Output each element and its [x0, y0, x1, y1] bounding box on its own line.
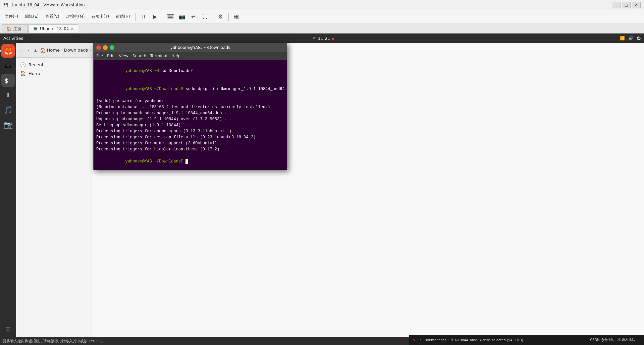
dock-item-apps[interactable]: ⊞ — [1, 322, 15, 336]
sidebar-recent-label: Recent — [29, 62, 44, 67]
vmware-title-text: Ubuntu_18_04 - VMware Workstation — [10, 3, 85, 7]
maximize-button[interactable]: □ — [622, 2, 631, 8]
dock-item-files[interactable]: 🗂 — [1, 59, 15, 72]
menu-edit[interactable]: 编辑(E) — [22, 12, 41, 21]
dock-item-music[interactable]: 🎵 — [1, 103, 15, 117]
dock-active-dot — [0, 50, 1, 52]
terminal-titlebar: yahboom@YAB: ~/Downloads — [94, 43, 287, 52]
tab-home[interactable]: 🏠 主页 — [2, 24, 28, 33]
toolbar-separator-3 — [213, 13, 213, 21]
terminal-close-button[interactable] — [96, 45, 101, 50]
nav-forward-button[interactable]: › — [25, 46, 32, 55]
sidebar-item-home[interactable]: 🏠 Home — [16, 69, 93, 78]
selected-file-info: "sdkmanager_1.9.1-10844_amd64.deb" selec… — [424, 338, 587, 342]
tab-home-icon: 🏠 — [6, 27, 11, 31]
prompt-2: yahboom@YAB:~/Downloads$ — [125, 87, 183, 91]
final-cmd — [183, 159, 185, 164]
snapshot-button[interactable]: 📷 — [177, 12, 187, 21]
terminal-minimize-button[interactable] — [103, 45, 108, 50]
terminal-menu-help[interactable]: Help — [171, 54, 180, 58]
terminal-line-6: Unpacking sdkmanager (1.9.1-10844) over … — [96, 116, 284, 122]
terminal-menu-view[interactable]: View — [119, 54, 128, 58]
pause-button[interactable]: ⏸ — [139, 12, 149, 21]
power-icon: ⏻ — [637, 36, 641, 41]
activities-button[interactable]: Activities — [3, 36, 23, 41]
output-7: Setting up sdkmanager (1.9.1-10844) ... — [96, 123, 191, 128]
send-ctrl-alt-del[interactable]: ⌨ — [166, 12, 176, 21]
notification-bar: S 中 "sdkmanager_1.9.1-10844_amd64.deb" s… — [409, 335, 644, 345]
cmd-1: cd Downloads/ — [159, 69, 193, 73]
output-5: Preparing to unpack sdkmanager_1.9.1-108… — [96, 111, 231, 116]
sidebar-home-label: Home — [29, 71, 41, 76]
breadcrumb: 🏠 Home › Downloads › — [40, 48, 91, 53]
terminal-maximize-button[interactable] — [110, 45, 114, 50]
files-icon: 🗂 — [4, 62, 12, 70]
clock-display: 11:21 ● — [318, 36, 334, 41]
terminal-menu-search[interactable]: Search — [132, 54, 146, 58]
clock-time: 11:21 — [318, 36, 330, 41]
firefox-icon: 🦊 — [4, 47, 13, 55]
arrow-icon: ⬇ — [5, 92, 10, 99]
breadcrumb-downloads[interactable]: Downloads — [64, 48, 88, 53]
terminal-line-7: Setting up sdkmanager (1.9.1-10844) ... — [96, 122, 284, 128]
vmware-toolbar: 文件(F) 编辑(E) 查看(V) 虚拟机(M) 选项卡(T) 帮助(H) ⏸ … — [0, 10, 644, 23]
dock-item-photos[interactable]: 📷 — [1, 118, 15, 131]
menu-view[interactable]: 查看(V) — [43, 12, 62, 21]
nav-up-button[interactable]: ▲ — [33, 46, 39, 55]
menu-file[interactable]: 文件(F) — [2, 12, 21, 21]
terminal-menu-edit[interactable]: Edit — [107, 54, 115, 58]
nav-back-button[interactable]: ‹ — [18, 46, 24, 55]
window-controls: ─ □ ✕ — [612, 2, 641, 8]
output-11: Processing triggers for hicolor-icon-the… — [96, 147, 229, 152]
selected-file-text: "sdkmanager_1.9.1-10844_amd64.deb" selec… — [424, 338, 523, 342]
terminal-content[interactable]: yahboom@YAB:~$ cd Downloads/ yahboom@YAB… — [94, 60, 287, 170]
menu-tabs[interactable]: 选项卡(T) — [89, 12, 112, 21]
revert-button[interactable]: ↩ — [189, 12, 199, 21]
minimize-button[interactable]: ─ — [612, 2, 621, 8]
terminal-line-prompt: yahboom@YAB:~/Downloads$ — [96, 152, 284, 170]
output-10: Processing triggers for mime-support (3.… — [96, 141, 227, 146]
terminal-line-11: Processing triggers for hicolor-icon-the… — [96, 146, 284, 152]
terminal-menu-terminal[interactable]: Terminal — [150, 54, 167, 58]
fullscreen-button[interactable]: ⛶ — [200, 12, 210, 21]
vmware-title: 💾 Ubuntu_18_04 - VMware Workstation — [3, 3, 612, 7]
network-icon: 📶 — [620, 36, 625, 41]
breadcrumb-home[interactable]: Home — [47, 48, 60, 53]
terminal-menu-file[interactable]: File — [96, 54, 103, 58]
breadcrumb-separator: › — [61, 48, 63, 53]
output-4: (Reading database ... 183168 files and d… — [96, 105, 270, 110]
dock-item-terminal[interactable]: $_ — [1, 74, 15, 87]
sidebar-nav: 🕐 Recent 🏠 Home — [16, 58, 93, 80]
output-6: Unpacking sdkmanager (1.9.1-10844) over … — [96, 117, 231, 122]
prompt-1: yahboom@YAB:~$ — [125, 69, 159, 73]
menu-help[interactable]: 帮助(H) — [113, 12, 132, 21]
toolbar-separator-1 — [136, 13, 136, 21]
vm-hint-text: 要将输入定向到虚拟机，请将鼠标指针移入其中或按 Ctrl+G。 — [3, 339, 105, 344]
power-button[interactable]: ▶ — [150, 12, 160, 21]
panel-right: 📶 🔊 ⏻ — [620, 36, 641, 41]
ubuntu-main-content: 🦊 🗂 $_ ⬇ 🎵 📷 ⊞ — [0, 43, 644, 337]
csdn-logo: S — [413, 338, 415, 342]
terminal-line-3: [sudo] password for yahboom: — [96, 98, 284, 104]
terminal-title-text: yahboom@YAB: ~/Downloads — [116, 45, 284, 50]
unity-button[interactable]: ▦ — [231, 12, 241, 21]
file-area: .deb sdkmanager_1.9.1-10844_amd64.deb ya… — [93, 43, 644, 337]
breadcrumb-home-icon: 🏠 — [40, 48, 46, 53]
ubuntu-dock: 🦊 🗂 $_ ⬇ 🎵 📷 ⊞ — [0, 43, 16, 337]
file-manager: ‹ › ▲ 🏠 Home › Downloads › 🕐 Recent — [16, 43, 93, 337]
vmware-titlebar: 💾 Ubuntu_18_04 - VMware Workstation ─ □ … — [0, 0, 644, 10]
tab-ubuntu[interactable]: 💻 Ubuntu_18_04 ✕ — [29, 24, 78, 33]
settings-button[interactable]: ⚙ — [216, 12, 226, 21]
close-button[interactable]: ✕ — [632, 2, 641, 8]
sidebar-item-recent[interactable]: 🕐 Recent — [16, 60, 93, 69]
photos-icon: 📷 — [4, 121, 13, 129]
tab-ubuntu-close[interactable]: ✕ — [71, 27, 73, 31]
terminal-line-8: Processing triggers for gnome-menus (3.1… — [96, 128, 284, 134]
cmd-2: sudo dpkg -i sdkmanager_1.9.1-10844_amd6… — [183, 87, 287, 91]
menu-vm[interactable]: 虚拟机(M) — [63, 12, 88, 21]
tab-ubuntu-icon: 💻 — [33, 26, 38, 31]
dock-item-firefox[interactable]: 🦊 — [1, 44, 15, 58]
nautilus-toolbar: ‹ › ▲ 🏠 Home › Downloads › — [16, 43, 93, 58]
dock-item-arrow[interactable]: ⬇ — [1, 88, 15, 102]
terminal-dock-icon: $_ — [5, 77, 11, 84]
